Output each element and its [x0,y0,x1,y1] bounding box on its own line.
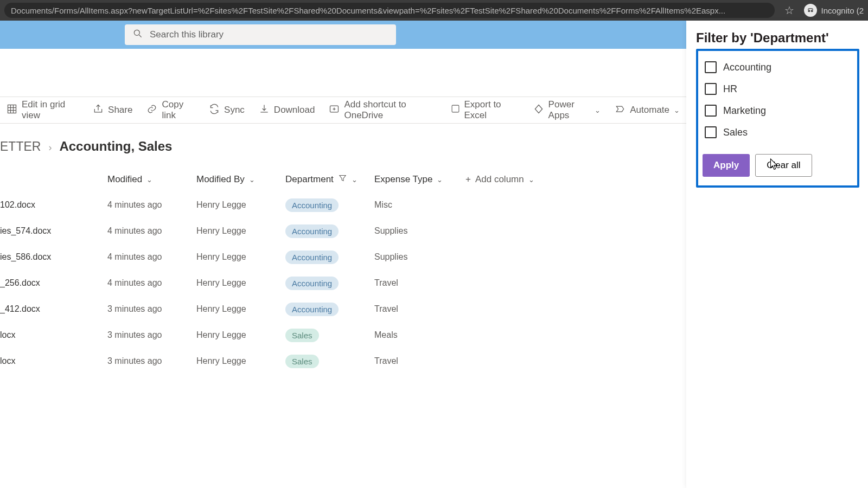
cell-expense-type: Misc [374,200,465,210]
cell-modified: 4 minutes ago [107,200,196,210]
excel-icon [451,104,460,116]
command-bar: Edit in grid view Share Copy link Sync D… [0,97,686,124]
cell-expense-type: Travel [374,304,465,314]
cell-expense-type: Travel [374,278,465,288]
suite-header: Search this library [0,21,686,49]
breadcrumb-filter-label: Accounting, Sales [59,139,172,154]
department-tag: Accounting [285,198,339,212]
table-header: Modified ⌄ Modified By ⌄ Department ⌄ Ex… [0,167,686,192]
filter-option-label: HR [723,84,737,95]
chevron-down-icon: ⌄ [595,106,601,114]
department-tag: Sales [285,329,319,342]
cell-department: Sales [285,329,374,342]
checkbox[interactable] [705,83,717,95]
table-row[interactable]: _412.docx3 minutes agoHenry LeggeAccount… [0,296,686,322]
breadcrumb: ETTER › Accounting, Sales [0,124,686,162]
filter-option[interactable]: Sales [703,121,853,143]
file-name[interactable]: ies_574.docx [0,226,107,236]
checkbox[interactable] [705,61,717,73]
address-bar[interactable]: Documents/Forms/AllItems.aspx?newTargetL… [4,3,775,18]
department-tag: Accounting [285,303,339,316]
column-modified-by[interactable]: Modified By ⌄ [196,174,285,185]
chevron-down-icon: ⌄ [674,106,680,114]
cell-modified-by: Henry Legge [196,200,285,210]
clear-all-button[interactable]: Clear all [755,154,812,177]
link-icon [146,104,157,117]
filter-panel: Filter by 'Department' AccountingHRMarke… [686,21,868,488]
filter-option[interactable]: Accounting [703,56,853,78]
add-shortcut-button[interactable]: Add shortcut to OneDrive [329,99,436,121]
edit-grid-view-button[interactable]: Edit in grid view [7,99,79,121]
cell-department: Sales [285,355,374,368]
sync-icon [209,104,220,117]
filter-option[interactable]: HR [703,78,853,100]
add-column-button[interactable]: + Add column ⌄ [465,174,534,185]
filter-option[interactable]: Marketing [703,100,853,121]
chevron-down-icon: ⌄ [352,176,358,184]
chevron-down-icon: ⌄ [146,176,152,184]
download-button[interactable]: Download [259,104,315,117]
breadcrumb-parent[interactable]: ETTER [0,139,41,154]
svg-rect-4 [8,105,16,113]
search-icon [132,28,143,42]
export-excel-button[interactable]: Export to Excel [451,99,519,121]
search-input[interactable]: Search this library [125,24,396,45]
filter-option-label: Marketing [723,105,766,117]
automate-button[interactable]: Automate ⌄ [615,104,680,117]
search-placeholder: Search this library [150,29,224,40]
automate-icon [615,104,626,117]
table-body: 102.docx4 minutes agoHenry LeggeAccounti… [0,192,686,374]
column-modified[interactable]: Modified ⌄ [107,174,196,185]
browser-chrome: Documents/Forms/AllItems.aspx?newTargetL… [0,0,868,21]
cell-modified-by: Henry Legge [196,226,285,236]
chevron-down-icon: ⌄ [249,176,255,184]
powerapps-icon [533,104,544,117]
power-apps-button[interactable]: Power Apps ⌄ [533,99,601,121]
cell-modified: 4 minutes ago [107,226,196,236]
table-row[interactable]: _256.docx4 minutes agoHenry LeggeAccount… [0,270,686,296]
grid-icon [7,104,17,117]
filter-option-label: Sales [723,127,748,138]
column-department[interactable]: Department ⌄ [285,174,374,185]
share-button[interactable]: Share [93,104,132,117]
cell-modified: 3 minutes ago [107,304,196,314]
cell-expense-type: Travel [374,356,465,366]
cell-modified-by: Henry Legge [196,278,285,288]
cell-department: Accounting [285,224,374,238]
svg-point-1 [810,10,813,12]
incognito-indicator[interactable]: Incognito (2 [804,4,864,17]
column-expense-type[interactable]: Expense Type ⌄ [374,174,465,185]
table-row[interactable]: locx3 minutes agoHenry LeggeSalesTravel [0,348,686,374]
table-row[interactable]: ies_586.docx4 minutes agoHenry LeggeAcco… [0,244,686,270]
department-tag: Accounting [285,251,339,264]
filter-panel-box: AccountingHRMarketingSales Apply Clear a… [696,49,859,188]
download-icon [259,104,270,117]
url-text: Documents/Forms/AllItems.aspx?newTargetL… [11,6,725,15]
cell-expense-type: Supplies [374,226,465,236]
file-name[interactable]: locx [0,356,107,366]
file-name[interactable]: locx [0,330,107,340]
chevron-right-icon: › [48,142,52,153]
file-name[interactable]: _412.docx [0,304,107,314]
cell-modified: 3 minutes ago [107,356,196,366]
apply-button[interactable]: Apply [703,154,750,177]
file-name[interactable]: _256.docx [0,278,107,288]
checkbox[interactable] [705,105,717,117]
copy-link-button[interactable]: Copy link [146,99,195,121]
sync-button[interactable]: Sync [209,104,245,117]
bookmark-star-icon[interactable]: ☆ [784,4,794,17]
department-tag: Sales [285,355,319,368]
svg-point-0 [808,10,810,12]
cell-modified: 4 minutes ago [107,252,196,262]
file-name[interactable]: ies_586.docx [0,252,107,262]
cell-modified-by: Henry Legge [196,356,285,366]
checkbox[interactable] [705,126,717,138]
table-row[interactable]: locx3 minutes agoHenry LeggeSalesMeals [0,322,686,348]
department-tag: Accounting [285,224,339,238]
table-row[interactable]: ies_574.docx4 minutes agoHenry LeggeAcco… [0,218,686,244]
cell-modified: 4 minutes ago [107,278,196,288]
plus-icon: + [465,174,471,185]
file-name[interactable]: 102.docx [0,200,107,210]
table-row[interactable]: 102.docx4 minutes agoHenry LeggeAccounti… [0,192,686,218]
cell-department: Accounting [285,303,374,316]
